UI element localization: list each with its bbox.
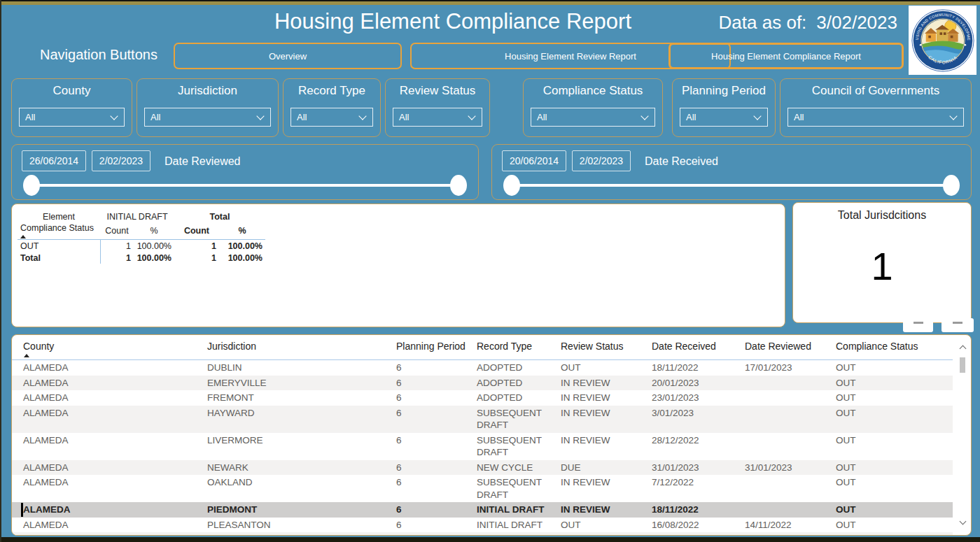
slider-handle-left[interactable]	[23, 175, 40, 196]
matrix-value: 100.00%	[219, 252, 265, 264]
filter-dropdown-review-status[interactable]: All	[393, 108, 482, 127]
matrix-header: Element INITIAL DRAFT Total Compliance S…	[18, 211, 265, 240]
card-action-button-1[interactable]	[903, 318, 933, 332]
table-row[interactable]: ALAMEDANEWARK6NEW CYCLEDUE31/01/202331/0…	[12, 460, 953, 476]
table-cell: ALAMEDA	[23, 433, 207, 448]
filter-county: CountyAll	[11, 78, 132, 137]
filter-dropdown-planning-period[interactable]: All	[680, 108, 768, 127]
table-cell: ALAMEDA	[23, 406, 207, 421]
table-cell: ALAMEDA	[23, 460, 207, 476]
column-header-record-type[interactable]: Record Type	[477, 341, 561, 359]
table-row[interactable]: ALAMEDADUBLIN6ADOPTEDOUT18/11/202217/01/…	[12, 360, 953, 376]
matrix-colgroup-total[interactable]: Total	[174, 211, 265, 222]
scroll-down-icon[interactable]	[960, 518, 967, 525]
filter-jurisdiction: JurisdictionAll	[136, 78, 279, 137]
column-header-jurisdiction[interactable]: Jurisdiction	[207, 341, 396, 359]
table-cell: ALAMEDA	[23, 475, 207, 490]
filter-dropdown-council-of-governments[interactable]: All	[788, 108, 964, 127]
table-cell: EMERYVILLE	[207, 376, 396, 391]
nav-buttons-label: Navigation Buttons	[40, 47, 158, 63]
scroll-up-icon[interactable]	[960, 345, 967, 352]
matrix-value: 1	[174, 252, 219, 264]
matrix-rowgroup-header-line1[interactable]: Element	[18, 211, 100, 222]
table-cell: PLEASANTON	[207, 518, 396, 533]
filter-dropdown-county[interactable]: All	[19, 108, 125, 127]
filter-dropdown-record-type[interactable]: All	[290, 108, 373, 127]
slider-handle-right[interactable]	[450, 175, 467, 196]
column-header-date-reviewed[interactable]: Date Reviewed	[745, 341, 836, 359]
column-header-date-received[interactable]: Date Received	[652, 341, 745, 359]
table-row[interactable]: ALAMEDAPIEDMONT6INITIAL DRAFTIN REVIEW18…	[12, 502, 953, 518]
matrix-subheader-total-count[interactable]: Count	[174, 222, 219, 240]
table-cell: 28/12/2022	[652, 433, 745, 448]
dropdown-value: All	[297, 112, 307, 122]
chevron-down-icon	[358, 112, 366, 120]
column-header-label: Jurisdiction	[207, 341, 256, 352]
table-cell: OUT	[836, 460, 941, 476]
scrollbar-thumb[interactable]	[960, 357, 965, 373]
slider-date-reviewed: 26/06/20142/02/2023Date Reviewed	[11, 144, 479, 200]
selected-row-marker	[21, 503, 23, 517]
slider-track[interactable]	[512, 184, 951, 187]
column-header-review-status[interactable]: Review Status	[561, 341, 652, 359]
date-start-input[interactable]: 26/06/2014	[22, 150, 86, 171]
table-row[interactable]: ALAMEDAOAKLAND6SUBSEQUENT DRAFTIN REVIEW…	[12, 475, 953, 502]
table-cell: ADOPTED	[477, 390, 561, 406]
table-cell	[745, 502, 836, 505]
table-cell: 16/08/2022	[652, 518, 745, 533]
table-cell: IN REVIEW	[561, 390, 652, 406]
filter-dropdown-compliance-status[interactable]: All	[531, 108, 655, 127]
table-cell: IN REVIEW	[561, 406, 652, 421]
date-end-input[interactable]: 2/02/2023	[572, 150, 631, 171]
matrix-row[interactable]: OUT1100.00%1100.00%	[18, 240, 265, 252]
date-start-input[interactable]: 20/06/2014	[502, 150, 566, 171]
chevron-down-icon	[256, 112, 264, 120]
column-header-county[interactable]: County	[23, 341, 207, 359]
nav-button-label: Overview	[269, 51, 307, 62]
nav-button-overview[interactable]: Overview	[174, 43, 402, 69]
chevron-down-icon	[468, 112, 475, 120]
slider-handle-left[interactable]	[503, 175, 520, 196]
table-cell: 6	[396, 502, 477, 518]
table-cell: DUBLIN	[207, 360, 396, 376]
filter-record-type: Record TypeAll	[283, 78, 381, 137]
table-cell: ADOPTED	[477, 360, 561, 376]
nav-button-housing-element-compliance-report[interactable]: Housing Element Compliance Report	[668, 43, 904, 69]
table-row[interactable]: ALAMEDALIVERMORE6SUBSEQUENT DRAFTIN REVI…	[12, 433, 953, 460]
matrix-subheader-count[interactable]: Count	[100, 222, 134, 240]
matrix-colgroup-initial-draft[interactable]: INITIAL DRAFT	[100, 211, 174, 222]
matrix-row[interactable]: Total1100.00%1100.00%	[18, 252, 265, 264]
matrix-value: 100.00%	[134, 252, 174, 264]
matrix-value: 100.00%	[219, 240, 265, 252]
table-cell: 9/12/2022	[652, 532, 745, 536]
matrix-row-label: Total	[18, 252, 100, 264]
table-header-row: CountyJurisdictionPlanning PeriodRecord …	[12, 335, 953, 360]
slider-handle-right[interactable]	[943, 175, 960, 196]
table-cell: ALAMEDA	[23, 376, 207, 391]
table-row[interactable]: ALAMEDAHAYWARD6SUBSEQUENT DRAFTIN REVIEW…	[12, 406, 953, 433]
table-cell: IN	[836, 532, 941, 536]
date-end-input[interactable]: 2/02/2023	[92, 150, 150, 171]
matrix-value: 1	[174, 240, 219, 252]
table-scrollbar[interactable]	[958, 335, 968, 535]
table-cell: 7/12/2022	[652, 475, 745, 490]
table-cell: 31/01/2023	[652, 460, 745, 476]
matrix-subheader-percent[interactable]: %	[134, 222, 174, 240]
column-header-planning-period[interactable]: Planning Period	[396, 341, 477, 359]
table-row[interactable]: ALAMEDAPLEASANTON6INITIAL DRAFTOUT16/08/…	[12, 518, 953, 533]
matrix-rowgroup-header-line2[interactable]: Compliance Status	[18, 222, 100, 240]
filter-label: Council of Governments	[780, 84, 971, 98]
top-stripe-olive	[1, 1, 980, 5]
card-action-button-2[interactable]	[941, 318, 974, 332]
compliance-matrix-panel: Element INITIAL DRAFT Total Compliance S…	[11, 204, 785, 327]
table-cell: 14/11/2022	[745, 518, 836, 533]
table-cell: OUT	[836, 433, 941, 448]
table-row[interactable]: ALAMEDASAN LEANDRO6ADOPTEDIN9/12/20222/0…	[12, 532, 953, 536]
table-row[interactable]: ALAMEDAFREMONT6ADOPTEDIN REVIEW23/01/202…	[12, 390, 953, 406]
column-header-compliance-status[interactable]: Compliance Status	[836, 341, 941, 359]
matrix-subheader-total-percent[interactable]: %	[219, 222, 265, 240]
slider-track[interactable]	[31, 184, 458, 187]
filter-dropdown-jurisdiction[interactable]: All	[144, 108, 271, 127]
table-row[interactable]: ALAMEDAEMERYVILLE6ADOPTEDIN REVIEW20/01/…	[12, 376, 953, 391]
dropdown-value: All	[399, 112, 409, 122]
